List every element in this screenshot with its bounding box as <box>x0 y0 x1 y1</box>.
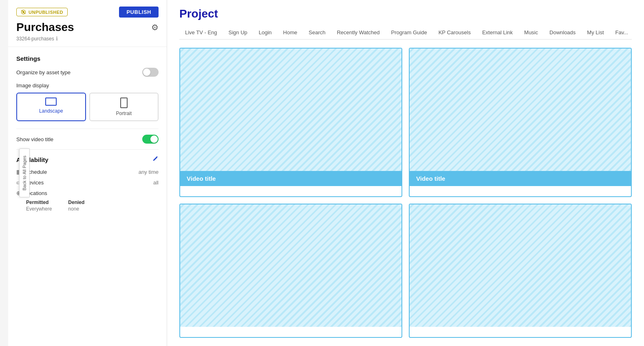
locations-details: Permitted Everywhere Denied none <box>16 200 159 212</box>
availability-header: Availability <box>16 155 159 164</box>
video-title-bar-1: Video title <box>180 171 401 186</box>
video-card-2: Video title <box>409 48 632 197</box>
page-title: Purchases <box>16 21 74 34</box>
tab-home[interactable]: Home <box>278 26 303 40</box>
settings-gear-button[interactable]: ⚙ <box>151 22 159 32</box>
video-title-bar-2: Video title <box>410 171 631 186</box>
tab-recently-watched[interactable]: Recently Watched <box>331 26 385 40</box>
divider-2 <box>16 149 159 150</box>
tab-kp-carousels[interactable]: KP Carousels <box>433 26 476 40</box>
publish-button[interactable]: PUBLISH <box>119 7 159 18</box>
organize-toggle[interactable] <box>142 68 159 77</box>
permitted-value: Everywhere <box>26 206 52 212</box>
tab-external-link[interactable]: External Link <box>476 26 518 40</box>
video-card-1: Video title <box>179 48 402 197</box>
tab-live-tv-eng[interactable]: Live TV - Eng <box>179 26 223 40</box>
info-icon: ℹ <box>56 35 58 42</box>
sidebar-body: Settings Organize by asset type Image di… <box>8 47 167 346</box>
tab-login[interactable]: Login <box>253 26 278 40</box>
schedule-item: ▦ Schedule any time <box>16 169 159 175</box>
denied-label: Denied <box>68 200 84 205</box>
back-to-all-pages[interactable]: Back to All Pages <box>19 149 30 197</box>
schedule-value: any time <box>139 169 159 175</box>
show-video-title-toggle[interactable] <box>142 135 159 144</box>
denied-col: Denied none <box>68 200 84 212</box>
organize-label: Organize by asset type <box>16 69 71 75</box>
tab-sign-up[interactable]: Sign Up <box>223 26 253 40</box>
divider-1 <box>16 129 159 129</box>
denied-value: none <box>68 206 84 212</box>
unpublished-badge: UNPUBLISHED <box>16 8 68 16</box>
video-thumbnail-1 <box>180 49 401 171</box>
organize-asset-type-row: Organize by asset type <box>16 68 159 77</box>
tab-search[interactable]: Search <box>303 26 331 40</box>
image-display-label: Image display <box>16 82 159 89</box>
landscape-option[interactable]: Landscape <box>16 93 86 121</box>
nav-tabs: Live TV - Eng Sign Up Login Home Search … <box>179 26 632 40</box>
availability-edit-button[interactable] <box>152 155 159 164</box>
portrait-option[interactable]: Portrait <box>89 93 159 121</box>
devices-item: ▭ Devices all <box>16 179 159 186</box>
edit-icon <box>152 155 159 162</box>
tab-downloads[interactable]: Downloads <box>544 26 581 40</box>
video-grid: Video title Video title <box>167 40 644 346</box>
sidebar: UNPUBLISHED PUBLISH Purchases ⚙ 33264-pu… <box>8 0 167 346</box>
settings-title: Settings <box>16 55 159 62</box>
permitted-col: Permitted Everywhere <box>26 200 52 212</box>
tab-music[interactable]: Music <box>518 26 544 40</box>
show-video-title-label: Show video title <box>16 136 53 142</box>
unpublished-icon <box>21 9 26 15</box>
portrait-icon <box>120 98 128 108</box>
video-thumbnail-2 <box>410 49 631 171</box>
permitted-label: Permitted <box>26 200 52 205</box>
project-title: Project <box>179 7 632 20</box>
image-display-section: Image display Landscape Portrait <box>16 82 159 121</box>
locations-section: ⊕ Locations Permitted Everywhere Denied … <box>16 190 159 212</box>
page-id: 33264-purchases ℹ <box>16 35 159 42</box>
sidebar-header: UNPUBLISHED PUBLISH Purchases ⚙ 33264-pu… <box>8 0 167 47</box>
tab-fav[interactable]: Fav... <box>610 26 632 40</box>
tab-program-guide[interactable]: Program Guide <box>386 26 433 40</box>
project-header: Project Live TV - Eng Sign Up Login Home… <box>167 0 644 40</box>
landscape-icon <box>45 98 57 106</box>
main-content: Project Live TV - Eng Sign Up Login Home… <box>167 0 644 346</box>
show-video-title-row: Show video title <box>16 135 159 144</box>
image-options: Landscape Portrait <box>16 93 159 121</box>
video-thumbnail-3 <box>180 204 401 327</box>
video-thumbnail-4 <box>410 204 631 327</box>
devices-value: all <box>153 180 159 186</box>
video-card-4 <box>409 204 632 338</box>
tab-my-list[interactable]: My List <box>581 26 609 40</box>
video-card-3 <box>179 204 402 338</box>
